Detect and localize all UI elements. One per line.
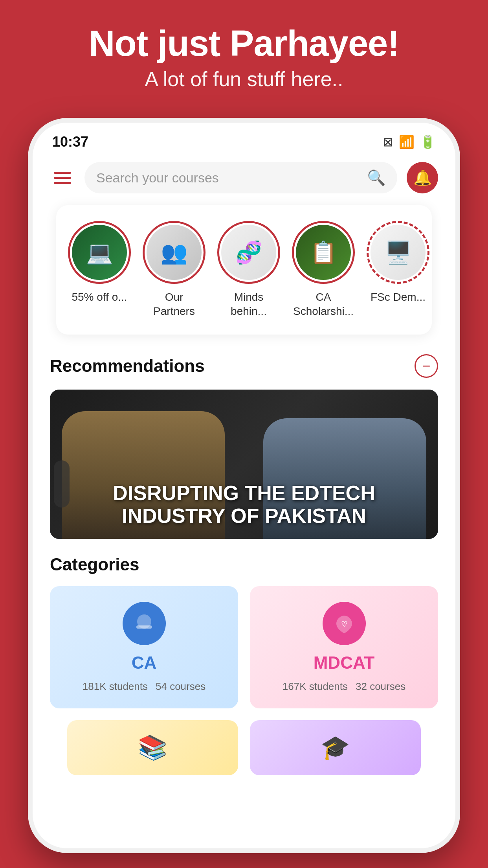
category-card-purple[interactable]: 🎓: [250, 720, 421, 775]
search-icon[interactable]: 🔍: [367, 169, 385, 186]
story-image-5: 🖥️: [371, 225, 426, 280]
banner-title-line1: DISRUPTING THE EDTECH: [62, 482, 426, 504]
story-label-4: CA Scholarshi...: [292, 290, 355, 319]
hero-section: Not just Parhayee! A lot of fun stuff he…: [0, 24, 488, 91]
category-card-ca[interactable]: CA 181K students 54 courses: [50, 586, 238, 708]
story-label-5: FSc Dem...: [371, 290, 426, 304]
story-label-3: Minds behin...: [217, 290, 280, 319]
battery-icon: 🔋: [420, 134, 436, 149]
signal-icon: ⊠: [383, 134, 393, 149]
story-circle-3: 🧬: [217, 221, 280, 284]
story-label-1: 55% off o...: [72, 290, 127, 304]
story-circle-5: 🖥️: [367, 221, 429, 284]
stories-row: 💻 55% off o... 👥 Our Partners: [68, 221, 420, 319]
ca-name: CA: [132, 653, 157, 673]
menu-bar-1: [54, 172, 71, 174]
phone-mockup: 10:37 ⊠ 📶 🔋 Search your courses 🔍 🔔: [28, 118, 460, 853]
story-item-5[interactable]: 🖥️ FSc Dem...: [367, 221, 429, 304]
mdcat-name: MDCAT: [314, 653, 375, 673]
phone-screen: 10:37 ⊠ 📶 🔋 Search your courses 🔍 🔔: [33, 123, 455, 848]
search-box[interactable]: Search your courses 🔍: [84, 162, 397, 193]
story-circle-4: 📋: [292, 221, 355, 284]
bell-icon: 🔔: [413, 169, 432, 186]
story-image-3: 🧬: [221, 225, 276, 280]
purple-category-icon: 🎓: [321, 734, 350, 761]
story-circle-1: 💻: [68, 221, 131, 284]
mdcat-stats: 167K students 32 courses: [283, 680, 405, 693]
banner-title-line2: INDUSTRY OF PAKISTAN: [62, 505, 426, 527]
notification-button[interactable]: 🔔: [407, 162, 438, 193]
svg-text:♡: ♡: [341, 620, 347, 628]
category-card-yellow[interactable]: 📚: [67, 720, 238, 775]
svg-rect-1: [136, 625, 152, 629]
top-nav: Search your courses 🔍 🔔: [33, 154, 455, 201]
ca-students: 181K students: [83, 680, 148, 693]
story-item-4[interactable]: 📋 CA Scholarshi...: [292, 221, 355, 319]
menu-bar-2: [54, 177, 71, 179]
mdcat-students: 167K students: [283, 680, 348, 693]
story-image-1: 💻: [72, 225, 127, 280]
menu-bar-3: [54, 182, 71, 184]
recommendations-title: Recommendations: [50, 356, 205, 376]
wifi-icon: 📶: [399, 134, 415, 149]
mdcat-icon: ♡: [323, 602, 366, 645]
search-placeholder: Search your courses: [96, 170, 361, 186]
story-item-2[interactable]: 👥 Our Partners: [143, 221, 205, 319]
categories-title: Categories: [50, 555, 139, 574]
categories-section: Categories CA 181K students 54 courses: [33, 539, 455, 775]
stories-section: 💻 55% off o... 👥 Our Partners: [56, 205, 432, 335]
hero-subtitle: A lot of fun stuff here..: [0, 67, 488, 91]
categories-grid: CA 181K students 54 courses ♡ MDCAT: [50, 586, 438, 708]
minus-icon: −: [422, 358, 430, 374]
stories-container: 💻 55% off o... 👥 Our Partners: [33, 201, 455, 338]
hero-title: Not just Parhayee!: [0, 24, 488, 63]
recommendation-banner[interactable]: DISRUPTING THE EDTECH INDUSTRY OF PAKIST…: [50, 390, 438, 539]
status-time: 10:37: [52, 134, 88, 150]
category-card-mdcat[interactable]: ♡ MDCAT 167K students 32 courses: [250, 586, 438, 708]
bottom-categories: 📚 🎓: [50, 708, 438, 775]
yellow-category-icon: 📚: [138, 734, 167, 761]
ca-stats: 181K students 54 courses: [83, 680, 205, 693]
story-image-2: 👥: [147, 225, 202, 280]
ca-courses: 54 courses: [156, 680, 205, 693]
recommendations-section: Recommendations −: [33, 338, 455, 539]
mdcat-courses: 32 courses: [356, 680, 405, 693]
menu-button[interactable]: [50, 168, 75, 188]
story-item-1[interactable]: 💻 55% off o...: [68, 221, 131, 304]
story-circle-2: 👥: [143, 221, 205, 284]
ca-icon: [123, 602, 166, 645]
story-label-2: Our Partners: [143, 290, 205, 319]
banner-text-overlay: DISRUPTING THE EDTECH INDUSTRY OF PAKIST…: [50, 482, 438, 527]
status-bar: 10:37 ⊠ 📶 🔋: [33, 123, 455, 154]
story-image-4: 📋: [296, 225, 351, 280]
status-icons: ⊠ 📶 🔋: [383, 134, 436, 149]
recommendations-header: Recommendations −: [50, 354, 438, 378]
collapse-button[interactable]: −: [415, 354, 438, 378]
story-item-3[interactable]: 🧬 Minds behin...: [217, 221, 280, 319]
